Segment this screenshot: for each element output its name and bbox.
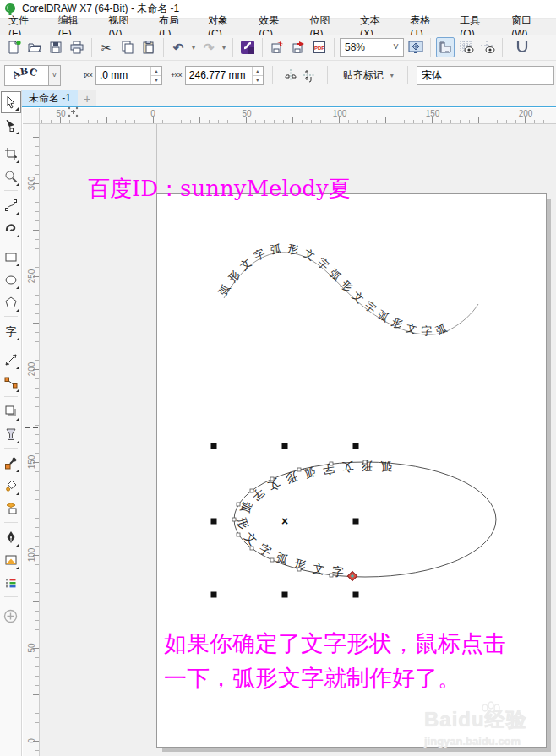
- print-icon: [69, 40, 84, 55]
- annotation-baidu-id[interactable]: 百度ID：sunnyMelody夏: [88, 174, 351, 204]
- font-list-input[interactable]: [417, 67, 553, 84]
- zoom-tool[interactable]: [1, 165, 21, 188]
- propbar-separator: [272, 66, 273, 84]
- dropdown-caret-icon: ˅: [52, 71, 57, 79]
- spinner-down-icon[interactable]: ▾: [151, 76, 161, 84]
- print-button[interactable]: [68, 37, 86, 57]
- new-document-button[interactable]: [4, 37, 23, 57]
- distance-from-path-field: ▴ ▾: [95, 66, 162, 85]
- handle-middle-left[interactable]: [211, 519, 217, 525]
- selection-center-mark[interactable]: ×: [281, 514, 288, 528]
- ruler-corner[interactable]: [23, 108, 40, 124]
- paste-button[interactable]: [139, 37, 158, 57]
- handle-bottom-center[interactable]: [282, 592, 288, 598]
- handle-bottom-left[interactable]: [211, 592, 217, 598]
- show-guidelines-toggle[interactable]: [478, 37, 497, 57]
- open-button[interactable]: [25, 37, 44, 57]
- redo-dropdown-arrow[interactable]: ▾: [221, 44, 227, 52]
- import-icon: [270, 40, 285, 55]
- snap-to-toggle[interactable]: [513, 37, 531, 57]
- text-on-ellipse[interactable]: 弧形文字弧形文字弧形文字弧形文字: [235, 460, 393, 579]
- export-button[interactable]: [289, 37, 308, 57]
- spinner-up-icon[interactable]: ▴: [253, 67, 263, 76]
- paint-bucket-icon: [4, 479, 18, 492]
- distance-from-path-input[interactable]: [96, 67, 150, 84]
- text-tool[interactable]: 字: [1, 319, 21, 342]
- grid-icon: [458, 39, 475, 56]
- svg-text:PDF: PDF: [314, 46, 324, 51]
- smart-fill-tool[interactable]: [1, 497, 21, 519]
- full-screen-icon: [407, 39, 424, 56]
- transparency-tool[interactable]: [1, 422, 21, 445]
- ellipse-tool[interactable]: [1, 268, 21, 291]
- svg-text:字: 字: [5, 325, 16, 338]
- mirror-text-horizontal-button[interactable]: [281, 65, 300, 85]
- freehand-tool[interactable]: [1, 193, 21, 216]
- plus-icon: +: [84, 92, 90, 106]
- spinner-down-icon[interactable]: ▾: [253, 76, 263, 84]
- customize-toolbox-button[interactable]: [1, 605, 21, 628]
- mesh-fill-tool[interactable]: [1, 571, 21, 594]
- spinner-up-icon[interactable]: ▴: [151, 67, 161, 76]
- polygon-tool[interactable]: [1, 291, 21, 313]
- mirror-horizontal-icon: [283, 68, 298, 83]
- rectangle-tool-icon: [4, 250, 18, 264]
- dimension-tool-icon: [4, 353, 18, 367]
- vertical-ruler[interactable]: 300 250 200 150 100 50 0: [23, 124, 40, 756]
- connector-tool[interactable]: [1, 371, 21, 394]
- artistic-media-tool-icon: [4, 221, 18, 235]
- show-grid-toggle[interactable]: [457, 37, 476, 57]
- vruler-label: 0: [26, 738, 35, 743]
- text-on-path-preview-dropdown[interactable]: ˅: [48, 65, 61, 86]
- handle-top-center[interactable]: [282, 443, 288, 449]
- toolbar-separator: [334, 38, 335, 57]
- copy-button[interactable]: [118, 37, 137, 57]
- toolbox-separator: [4, 242, 18, 242]
- handle-bottom-right[interactable]: [353, 592, 359, 598]
- text-on-path-preview[interactable]: ABC: [4, 65, 48, 86]
- handle-middle-right[interactable]: [353, 519, 359, 525]
- application-launcher-button[interactable]: [238, 37, 257, 57]
- ellipse-tool-icon: [4, 273, 18, 286]
- plus-circle-icon: [3, 609, 18, 623]
- full-screen-preview-button[interactable]: [406, 37, 425, 57]
- cut-button[interactable]: ✂: [97, 37, 116, 57]
- dimension-tool[interactable]: [1, 348, 21, 371]
- artistic-media-tool[interactable]: [1, 216, 21, 239]
- zoom-level-select[interactable]: 58% ˅: [340, 38, 404, 57]
- undo-button[interactable]: ↶: [169, 37, 188, 57]
- document-tab-bar: 未命名 -1 +: [22, 90, 556, 106]
- crop-tool[interactable]: [1, 142, 21, 165]
- offset-along-path-input[interactable]: [186, 67, 252, 84]
- rectangle-tool[interactable]: [1, 245, 21, 268]
- save-button[interactable]: [46, 37, 65, 57]
- snap-to-marks-button[interactable]: 贴齐标记 ▾: [336, 65, 402, 86]
- offset-along-path-spinner[interactable]: ▴ ▾: [252, 67, 263, 84]
- eyedropper-icon: [4, 456, 18, 470]
- text-on-curve[interactable]: 弧形文字弧形文字弧形文字弧形文字弧: [216, 242, 454, 337]
- handle-top-left[interactable]: [211, 443, 217, 449]
- horizontal-ruler[interactable]: 50 0 50 100 150 200: [40, 108, 556, 124]
- undo-dropdown-arrow[interactable]: ▾: [190, 44, 197, 52]
- outline-pen-tool[interactable]: [1, 525, 21, 548]
- publish-pdf-button[interactable]: PDF: [310, 37, 329, 57]
- redo-button[interactable]: ↷: [199, 37, 218, 57]
- pick-tool[interactable]: [1, 91, 21, 113]
- show-rulers-toggle[interactable]: [436, 37, 455, 57]
- drop-shadow-tool[interactable]: [1, 400, 21, 422]
- import-button[interactable]: [268, 37, 286, 57]
- annotation-instructions[interactable]: 如果你确定了文字形状，鼠标点击 一下，弧形文字就制作好了。: [164, 626, 506, 695]
- mirror-vertical-icon: [302, 68, 317, 83]
- color-eyedropper-tool[interactable]: [1, 451, 21, 474]
- fill-tool[interactable]: [1, 548, 21, 571]
- distance-from-path-spinner[interactable]: ▴ ▾: [150, 67, 161, 84]
- shape-tool[interactable]: [1, 113, 21, 136]
- interactive-fill-tool[interactable]: [1, 474, 21, 497]
- hruler-label: 200: [519, 109, 533, 118]
- zoom-tool-icon: [4, 170, 18, 183]
- mirror-text-vertical-button[interactable]: [300, 65, 319, 85]
- toolbox-separator: [4, 448, 18, 449]
- handle-top-right[interactable]: [353, 443, 359, 449]
- toolbox-separator: [4, 316, 18, 317]
- property-bar: ABC ˅ t×× ▴ ▾ +×× ▴ ▾ 贴齐标记: [0, 61, 556, 90]
